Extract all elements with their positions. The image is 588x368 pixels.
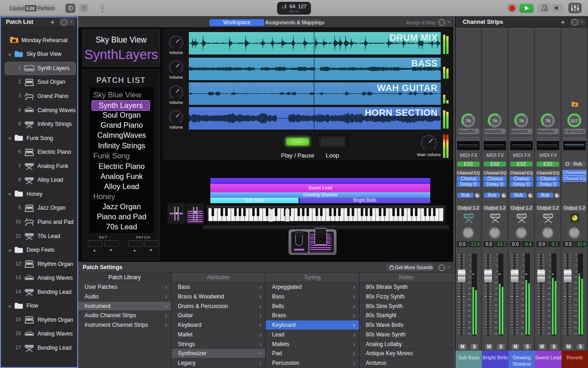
svg-text:79: 79 [492,118,497,123]
svg-text:79: 79 [466,118,471,123]
svg-text:79: 79 [519,118,524,123]
svg-text:79: 79 [545,118,551,123]
svg-text:127: 127 [571,118,578,123]
